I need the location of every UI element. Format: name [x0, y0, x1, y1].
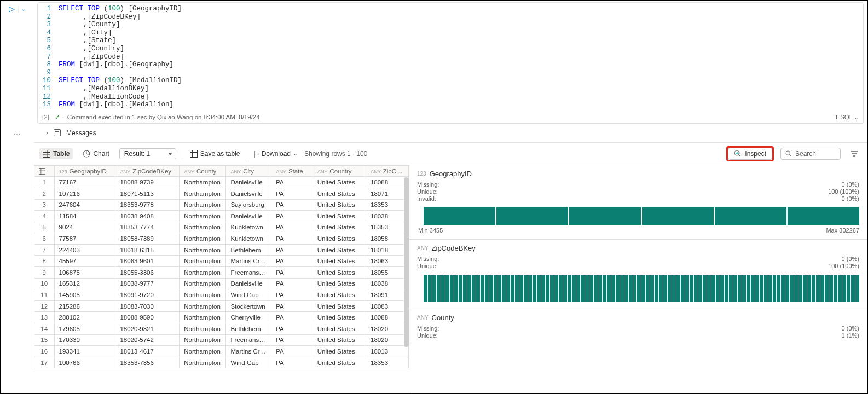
- column-type: ANY: [417, 245, 429, 251]
- table-row[interactable]: 5902418353-7774NorthamptonKunkletownPAUn…: [34, 222, 409, 233]
- stat-value: 0 (0%): [842, 195, 859, 202]
- inspect-panel: 123 GeographyID Missing:0 (0%) Unique:10…: [409, 165, 867, 393]
- editor-panel: 1SELECT TOP (100) [GeographyID]2 ,[ZipCo…: [37, 2, 864, 124]
- run-cell-icon[interactable]: ▷: [9, 4, 15, 13]
- table-row[interactable]: 41158418038-9408NorthamptonDanielsvilleP…: [34, 211, 409, 222]
- inspect-button[interactable]: Inspect: [728, 148, 772, 160]
- status-text: - Command executed in 1 sec by Qixiao Wa…: [63, 114, 260, 120]
- table-row[interactable]: 1016531218038-9777NorthamptonDanielsvill…: [34, 278, 409, 289]
- chart-icon: [83, 150, 90, 158]
- tab-table-label: Table: [53, 150, 70, 158]
- max-label: Max 302267: [826, 227, 859, 234]
- histogram-geographyid: [424, 207, 859, 225]
- table-row[interactable]: 84559718063-9601NorthamptonMartins Cr…PA…: [34, 256, 409, 267]
- status-bar: [2] ✓ - Command executed in 1 sec by Qix…: [38, 111, 863, 121]
- save-label: Save as table: [200, 150, 240, 158]
- svg-rect-19: [39, 168, 45, 174]
- chevron-right-icon[interactable]: ›: [46, 129, 48, 137]
- table-row[interactable]: 1221528618083-7030NorthamptonStockertown…: [34, 300, 409, 312]
- sql-editor[interactable]: 1SELECT TOP (100) [GeographyID]2 ,[ZipCo…: [38, 3, 863, 111]
- messages-bar: › Messages: [34, 124, 867, 142]
- column-header[interactable]: ANYCounty: [180, 165, 226, 177]
- table-row[interactable]: 1114590518091-9720NorthamptonWind GapPAU…: [34, 289, 409, 301]
- stat-value: 0 (0%): [842, 256, 859, 262]
- min-label: Min 3455: [418, 227, 443, 234]
- stat-label: Missing:: [417, 181, 439, 188]
- column-header[interactable]: ANYState: [271, 165, 313, 177]
- rows-count-text: Showing rows 1 - 100: [304, 150, 367, 158]
- svg-point-14: [786, 151, 790, 155]
- language-label[interactable]: T-SQL ⌄: [835, 114, 859, 120]
- stat-label: Missing:: [417, 256, 439, 262]
- histogram-zipcodebkey: [424, 275, 859, 302]
- table-row[interactable]: 722440318018-6315NorthamptonBethlehemPAU…: [34, 244, 409, 256]
- cell-index: [2]: [42, 114, 49, 120]
- results-table[interactable]: 123GeographyIDANYZipCodeBKeyANYCountyANY…: [34, 165, 409, 369]
- save-as-table-button[interactable]: Save as table: [190, 150, 240, 158]
- table-row[interactable]: 1417960518020-9321NorthamptonBethlehemPA…: [34, 323, 409, 335]
- inspect-county: ANY County Missing:0 (0%) Unique:1 (1%): [409, 309, 867, 345]
- search-icon: [785, 150, 792, 157]
- column-name: ZipCodeBKey: [432, 244, 476, 252]
- svg-rect-0: [43, 150, 50, 157]
- download-button[interactable]: |→ Download ⌄: [254, 150, 298, 158]
- scrollbar[interactable]: [404, 177, 409, 347]
- tab-chart-label: Chart: [93, 150, 109, 158]
- stat-value: 0 (0%): [842, 181, 859, 188]
- table-row[interactable]: 1710076618353-7356NorthamptonWind GapPAU…: [34, 357, 409, 368]
- table-row[interactable]: 1328810218088-9590NorthamptonCherryville…: [34, 312, 409, 323]
- table-icon: [43, 150, 50, 158]
- inspect-highlight: Inspect: [726, 146, 774, 161]
- column-header[interactable]: ANYZipCodeBKey: [115, 165, 180, 177]
- column-header[interactable]: 123GeographyID: [54, 165, 115, 177]
- search-placeholder: Search: [795, 150, 816, 158]
- results-toolbar: Table Chart Result: 1 Save as table |→ D…: [34, 143, 867, 165]
- table-row[interactable]: 1619334118013-4617NorthamptonMartins Cr……: [34, 346, 409, 357]
- stat-label: Invalid:: [417, 195, 436, 202]
- stat-label: Unique:: [417, 332, 438, 339]
- run-chevron-icon[interactable]: ⌄: [21, 6, 26, 12]
- check-icon: ✓: [55, 113, 60, 121]
- stat-value: 0 (0%): [842, 325, 859, 332]
- stat-label: Missing:: [417, 325, 439, 332]
- column-header[interactable]: ANYZipCode: [366, 165, 409, 177]
- column-name: GeographyID: [430, 170, 472, 178]
- table-row[interactable]: 1517033018020-5742NorthamptonFreemansb…P…: [34, 334, 409, 346]
- table-row[interactable]: 210721618071-5113NorthamptonDanielsville…: [34, 188, 409, 199]
- table-save-icon: [190, 150, 198, 158]
- stat-value: 1 (1%): [842, 332, 859, 339]
- inspect-icon: [734, 150, 742, 158]
- table-row[interactable]: 17716718088-9739NorthamptonDanielsvilleP…: [34, 177, 409, 188]
- svg-line-15: [790, 154, 791, 156]
- column-type: ANY: [417, 315, 429, 321]
- more-icon[interactable]: …: [13, 128, 21, 137]
- svg-rect-12: [737, 152, 738, 154]
- column-type: 123: [417, 171, 426, 177]
- svg-rect-13: [738, 152, 739, 154]
- column-name: County: [432, 314, 454, 322]
- stat-value: 100 (100%): [828, 188, 859, 195]
- messages-icon: [54, 129, 61, 136]
- left-gutter: ▷ | ⌄ …: [1, 1, 34, 393]
- inspect-geographyid: 123 GeographyID Missing:0 (0%) Unique:10…: [409, 165, 867, 240]
- svg-rect-6: [190, 150, 197, 157]
- table-row[interactable]: 324760418353-9778NorthamptonSaylorsburgP…: [34, 199, 409, 211]
- stat-label: Unique:: [417, 188, 438, 195]
- result-select[interactable]: Result: 1: [119, 148, 176, 159]
- inspect-label: Inspect: [745, 150, 766, 158]
- table-row[interactable]: 910687518055-3306NorthamptonFreemansb…PA…: [34, 267, 409, 279]
- filter-icon[interactable]: [847, 150, 861, 157]
- column-header[interactable]: ANYCity: [226, 165, 271, 177]
- tab-table[interactable]: Table: [39, 148, 73, 159]
- tab-chart[interactable]: Chart: [79, 148, 112, 159]
- messages-label[interactable]: Messages: [66, 129, 96, 137]
- search-input[interactable]: Search: [780, 148, 841, 160]
- inspect-zipcodebkey: ANY ZipCodeBKey Missing:0 (0%) Unique:10…: [409, 240, 867, 309]
- svg-line-10: [739, 155, 741, 157]
- stat-value: 100 (100%): [828, 263, 859, 269]
- results-table-wrap: 123GeographyIDANYZipCodeBKeyANYCountyANY…: [34, 165, 409, 393]
- table-row[interactable]: 67758718058-7389NorthamptonKunkletownPAU…: [34, 233, 409, 245]
- download-label: Download: [262, 150, 291, 158]
- svg-rect-11: [736, 153, 737, 154]
- column-header[interactable]: ANYCountry: [313, 165, 366, 177]
